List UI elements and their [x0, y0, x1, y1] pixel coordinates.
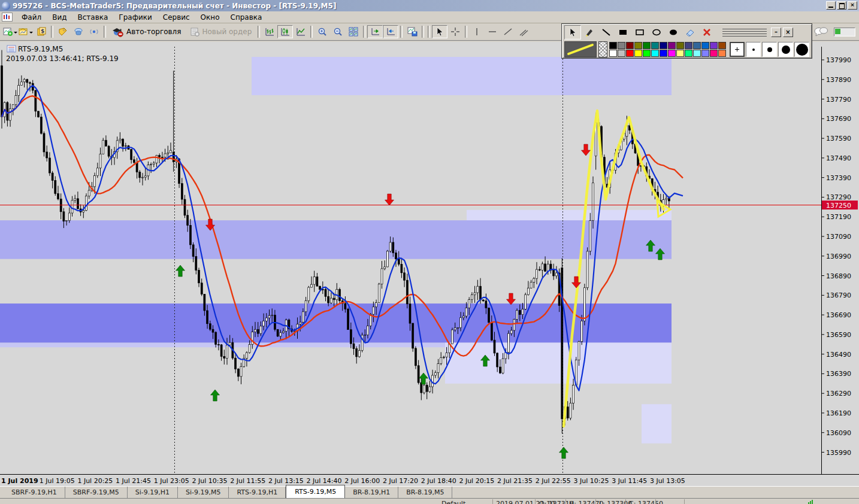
- line-chart-mode-button[interactable]: [293, 25, 308, 38]
- color-swatch[interactable]: [609, 42, 617, 49]
- annotation-select-button[interactable]: [564, 25, 581, 40]
- color-swatch[interactable]: [626, 42, 634, 49]
- price-zone: [561, 57, 672, 95]
- color-swatch[interactable]: [651, 42, 659, 49]
- color-swatch[interactable]: [710, 42, 718, 49]
- palette-minimize-button[interactable]: –: [771, 28, 781, 37]
- zoom-out-button[interactable]: [330, 25, 346, 38]
- annotation-eraser-button[interactable]: [682, 25, 698, 40]
- menu-item-1[interactable]: Вид: [47, 12, 72, 23]
- color-swatch[interactable]: [676, 50, 684, 57]
- color-swatch[interactable]: [693, 42, 701, 49]
- menu-item-4[interactable]: Сервис: [158, 12, 195, 23]
- symbols-button[interactable]: [55, 25, 71, 38]
- color-swatch[interactable]: [718, 42, 726, 49]
- color-swatch[interactable]: [676, 42, 684, 49]
- color-swatch[interactable]: [643, 50, 651, 57]
- minimize-button[interactable]: [826, 1, 836, 10]
- color-swatch[interactable]: [643, 42, 651, 49]
- menu-item-2[interactable]: Вставка: [72, 12, 113, 23]
- time-axis-label: 1 Jul 23:05: [154, 477, 189, 485]
- close-button[interactable]: ×: [848, 1, 857, 10]
- point-size-option[interactable]: [730, 42, 745, 57]
- chart-tab-rts-9-19-m5[interactable]: RTS-9.19,M5: [286, 485, 345, 498]
- bar-chart-mode-button[interactable]: [262, 25, 277, 38]
- auto-trading-button[interactable]: Авто-торговля: [108, 25, 186, 38]
- chart-tabs-bar: SBRF-9.19,H1SBRF-9.19,M5Si-9.19,H1Si-9.1…: [0, 486, 859, 498]
- point-size-option[interactable]: [778, 42, 793, 57]
- chart-tab-si-9-19-h1[interactable]: Si-9.19,H1: [128, 487, 178, 498]
- chart-tab-br-8-19-m5[interactable]: BR-8.19,M5: [398, 487, 452, 498]
- chart-tab-rts-9-19-h1[interactable]: RTS-9.19,H1: [229, 487, 286, 498]
- auto-scroll-button[interactable]: [367, 25, 383, 38]
- color-swatch[interactable]: [710, 50, 718, 57]
- dropdown-caret-icon: [14, 32, 17, 35]
- menu-item-3[interactable]: Графики: [113, 12, 157, 23]
- transparent-color-swatch[interactable]: [598, 41, 607, 57]
- zoom-in-button[interactable]: [314, 25, 330, 38]
- cursor-button[interactable]: [432, 25, 447, 38]
- chat-icon[interactable]: [813, 26, 829, 37]
- crosshair-button[interactable]: [447, 25, 463, 38]
- price-zone: [252, 57, 561, 95]
- profiles-button[interactable]: [18, 25, 34, 38]
- color-swatch[interactable]: [660, 50, 667, 57]
- horizontal-line-button[interactable]: [485, 25, 500, 38]
- chart-tab-sbrf-9-19-m5[interactable]: SBRF-9.19,M5: [65, 487, 128, 498]
- annotation-rect-button[interactable]: [631, 25, 648, 40]
- color-swatch[interactable]: [718, 50, 726, 57]
- point-size-option[interactable]: [794, 42, 809, 57]
- status-bar: Default2019.07.01 21:10O: 137310H: 13747…: [0, 498, 859, 504]
- color-swatch[interactable]: [685, 50, 692, 57]
- vertical-line-button[interactable]: [469, 25, 485, 38]
- annotation-filled-rect-button[interactable]: [615, 25, 631, 40]
- chart-tab-sbrf-9-19-h1[interactable]: SBRF-9.19,H1: [4, 487, 65, 498]
- color-swatch[interactable]: [651, 50, 659, 57]
- color-swatch[interactable]: [618, 42, 625, 49]
- save-chart-button[interactable]: [404, 25, 420, 38]
- line-width-selector[interactable]: [720, 26, 769, 38]
- color-swatch[interactable]: [609, 50, 617, 57]
- annotation-marker-button[interactable]: [581, 25, 598, 40]
- price-zone: [445, 343, 672, 384]
- price-axis-label: 137290: [826, 193, 851, 201]
- candle-chart-mode-button[interactable]: [277, 25, 293, 38]
- menu-bar-items: ФайлВидВставкаГрафикиСервисОкноСправка: [16, 12, 267, 23]
- chart-tab-si-9-19-m5[interactable]: Si-9.19,M5: [178, 487, 229, 498]
- chart-tab-br-8-19-h1[interactable]: BR-8.19,H1: [345, 487, 398, 498]
- menu-item-5[interactable]: Окно: [195, 12, 225, 23]
- menu-item-6[interactable]: Справка: [225, 12, 268, 23]
- color-swatch[interactable]: [634, 50, 642, 57]
- tile-windows-button[interactable]: [346, 25, 361, 38]
- chart-shift-button[interactable]: [383, 25, 398, 38]
- candlestick-chart[interactable]: 1379901378901377901376901375901374901373…: [0, 42, 859, 486]
- data-server-button[interactable]: [71, 25, 86, 38]
- annotation-clear-button[interactable]: [698, 25, 715, 40]
- color-swatch[interactable]: [668, 42, 676, 49]
- trend-line-button[interactable]: [500, 25, 516, 38]
- point-size-option[interactable]: [746, 42, 761, 57]
- color-swatch[interactable]: [668, 50, 676, 57]
- signals-button[interactable]: [86, 25, 102, 38]
- color-swatch[interactable]: [701, 50, 709, 57]
- annotation-line-button[interactable]: [598, 25, 615, 40]
- color-swatch[interactable]: [701, 42, 709, 49]
- market-watch-button[interactable]: $: [34, 25, 49, 38]
- color-swatch[interactable]: [660, 42, 667, 49]
- point-size-option[interactable]: [762, 42, 777, 57]
- color-swatch[interactable]: [618, 50, 625, 57]
- new-chart-button[interactable]: [2, 25, 18, 38]
- annotation-ellipse-button[interactable]: [648, 25, 665, 40]
- channel-button[interactable]: [516, 25, 531, 38]
- annotation-filled-ellipse-button[interactable]: [665, 25, 682, 40]
- new-order-button[interactable]: Новый ордер: [186, 25, 256, 38]
- price-axis-label: 136390: [826, 370, 851, 378]
- color-swatch[interactable]: [626, 50, 634, 57]
- menu-item-0[interactable]: Файл: [16, 12, 47, 23]
- color-swatch[interactable]: [693, 50, 701, 57]
- color-swatch[interactable]: [634, 42, 642, 49]
- restore-button[interactable]: [837, 1, 846, 10]
- color-swatch[interactable]: [685, 42, 692, 49]
- chart-area[interactable]: 1379901378901377901376901375901374901373…: [0, 42, 859, 486]
- palette-close-button[interactable]: ×: [783, 28, 793, 37]
